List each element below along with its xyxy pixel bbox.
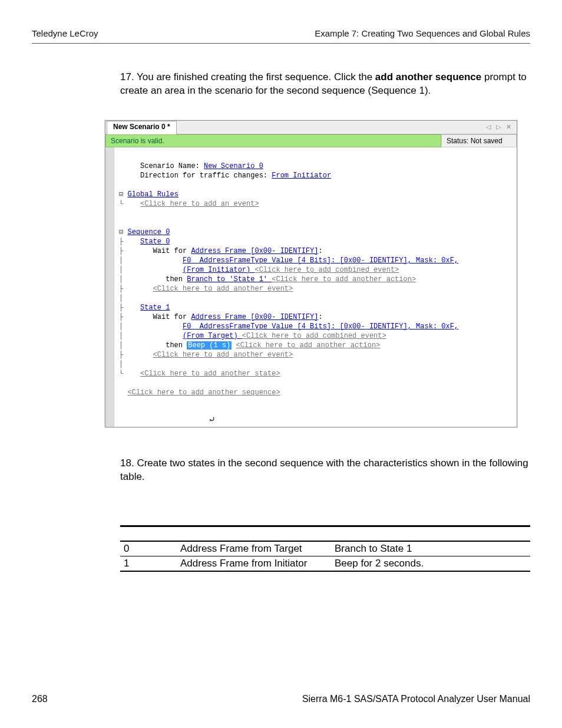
- header-left: Teledyne LeCroy: [32, 28, 98, 38]
- code-body: Scenario Name: New Scenario 0 Direction …: [114, 147, 517, 427]
- tab-controls[interactable]: ◁ ▷ ✕: [486, 123, 517, 131]
- screenshot-panel: New Scenario 0 * ◁ ▷ ✕ Scenario is valid…: [105, 120, 517, 427]
- then-0: then: [166, 275, 187, 284]
- step-18-num: 18.: [120, 457, 134, 469]
- beep-highlight[interactable]: Beep (1 s): [187, 341, 232, 350]
- cell-0-1: Address Frame from Target: [177, 541, 331, 556]
- f0-line-1[interactable]: F0 AddressFrameType Value [4 Bits]: [0x0…: [183, 322, 458, 331]
- state-0-link[interactable]: State 0: [140, 238, 170, 246]
- add-combined-0[interactable]: <Click here to add combined event>: [254, 266, 399, 274]
- from-target-1[interactable]: (From Target): [183, 332, 242, 340]
- step-18: 18. Create two states in the second sequ…: [120, 457, 530, 484]
- step-17: 17. You are finished creating the first …: [120, 71, 530, 98]
- tab-bar: New Scenario 0 * ◁ ▷ ✕: [105, 121, 517, 134]
- addr-frame-1[interactable]: Address Frame [0x00- IDENTIFY]: [191, 313, 318, 321]
- scenario-name-link[interactable]: New Scenario 0: [204, 162, 263, 170]
- states-table: 0 Address Frame from Target Branch to St…: [120, 525, 530, 572]
- f0-line-0[interactable]: F0 AddressFrameType Value [4 Bits]: [0x0…: [183, 256, 458, 265]
- wait-for-1: Wait for: [153, 313, 191, 321]
- step-17-num: 17.: [120, 71, 134, 83]
- add-another-event-1[interactable]: <Click here to add another event>: [153, 351, 293, 359]
- then-1: then: [166, 341, 187, 350]
- page-number: 268: [32, 694, 48, 704]
- footer-title: Sierra M6-1 SAS/SATA Protocol Analyzer U…: [302, 694, 530, 704]
- scen-name-label: Scenario Name:: [140, 162, 204, 170]
- step-17-text-a: You are finished creating the first sequ…: [137, 71, 375, 83]
- sequence-0-link[interactable]: Sequence 0: [127, 228, 170, 236]
- table-row: 0 Address Frame from Target Branch to St…: [120, 541, 530, 556]
- cell-1-1: Address Frame from Initiator: [177, 556, 331, 572]
- wait-for-0: Wait for: [153, 247, 191, 255]
- add-combined-1[interactable]: <Click here to add combined event>: [242, 332, 386, 340]
- dir-label: Direction for traffic changes:: [140, 172, 272, 180]
- add-action-0[interactable]: <Click here to add another action>: [272, 275, 416, 284]
- status-valid: Scenario is valid.: [105, 134, 441, 147]
- step-18-text: Create two states in the second sequence…: [120, 457, 528, 482]
- branch-state1[interactable]: Branch to 'State 1': [187, 275, 272, 284]
- addr-frame-0[interactable]: Address Frame [0x00- IDENTIFY]: [191, 247, 318, 255]
- status-not-saved: Status: Not saved: [441, 134, 517, 147]
- add-event-prompt[interactable]: <Click here to add an event>: [140, 200, 259, 208]
- global-rules-link[interactable]: Global Rules: [127, 190, 178, 199]
- header-right: Example 7: Creating Two Sequences and Gl…: [315, 28, 530, 38]
- cell-0-0: 0: [120, 541, 177, 556]
- scenario-tab[interactable]: New Scenario 0 *: [107, 121, 177, 134]
- direction-link[interactable]: From Initiator: [272, 172, 331, 180]
- step-17-bold: add another sequence: [375, 71, 481, 83]
- state-1-link[interactable]: State 1: [140, 304, 170, 312]
- add-another-event-0[interactable]: <Click here to add another event>: [153, 285, 293, 293]
- from-initiator-0[interactable]: (From Initiator): [183, 266, 254, 274]
- code-gutter: [105, 147, 114, 427]
- cell-1-0: 1: [120, 556, 177, 572]
- add-another-state[interactable]: <Click here to add another state>: [140, 370, 280, 378]
- cell-1-2: Beep for 2 seconds.: [331, 556, 530, 572]
- cell-0-2: Branch to State 1: [331, 541, 530, 556]
- add-action-1[interactable]: <Click here to add another action>: [236, 341, 380, 350]
- add-another-sequence[interactable]: <Click here to add another sequence>: [127, 388, 280, 397]
- cursor-icon: ⤾: [209, 415, 216, 424]
- table-row: 1 Address Frame from Initiator Beep for …: [120, 556, 530, 572]
